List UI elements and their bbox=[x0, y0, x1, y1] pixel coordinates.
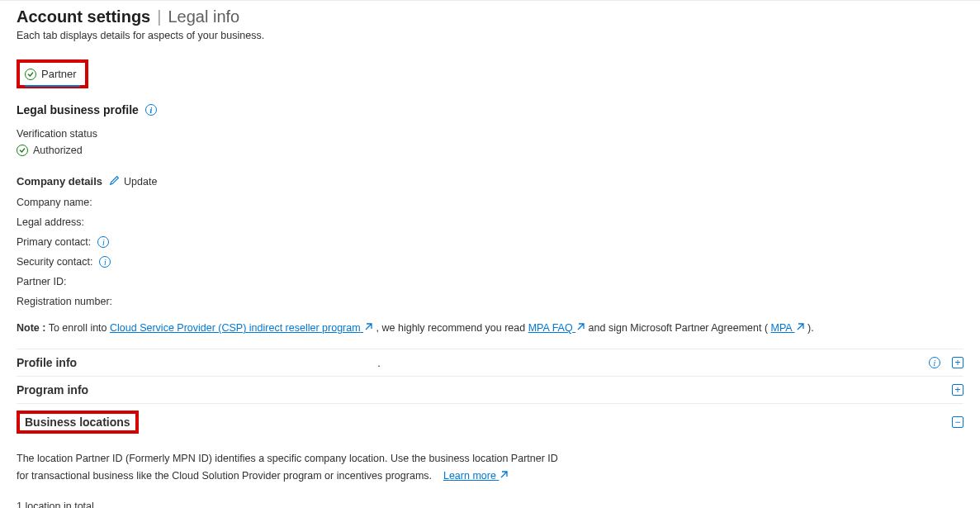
legal-address-row: Legal address: bbox=[17, 216, 963, 228]
note-text-1: To enroll into bbox=[45, 322, 110, 334]
location-total-count: 1 location in total bbox=[17, 501, 963, 509]
header-title: Account settings bbox=[17, 7, 150, 26]
profile-info-value: . bbox=[0, 357, 929, 369]
page-root: Account settings | Legal info Each tab d… bbox=[0, 0, 980, 508]
checkmark-icon bbox=[17, 145, 28, 156]
info-icon[interactable]: i bbox=[929, 357, 940, 368]
tab-partner[interactable]: Partner bbox=[20, 63, 85, 85]
primary-contact-label: Primary contact: bbox=[17, 236, 91, 248]
pencil-icon bbox=[109, 174, 121, 188]
security-contact-row: Security contact: i bbox=[17, 256, 963, 268]
section-legal-profile-label: Legal business profile bbox=[17, 103, 139, 116]
header-subtitle: Legal info bbox=[168, 7, 239, 26]
info-icon[interactable]: i bbox=[145, 104, 157, 116]
accordion-title-business-locations: Business locations bbox=[20, 414, 135, 430]
verification-status-row: Authorized bbox=[17, 145, 963, 156]
tab-active-underline bbox=[25, 85, 80, 87]
note-text-4: ). bbox=[805, 322, 814, 334]
verification-status-value: Authorized bbox=[33, 145, 83, 156]
external-link-icon bbox=[575, 322, 585, 334]
biz-desc-line1: The location Partner ID (Formerly MPN ID… bbox=[17, 453, 558, 464]
checkmark-icon bbox=[25, 69, 36, 80]
company-name-label: Company name: bbox=[17, 197, 92, 208]
highlight-partner-tab: Partner bbox=[17, 59, 88, 88]
business-locations-description: The location Partner ID (Formerly MPN ID… bbox=[17, 450, 963, 486]
legal-address-label: Legal address: bbox=[17, 216, 84, 228]
biz-desc-line2: for transactional business like the Clou… bbox=[17, 470, 432, 482]
highlight-business-locations: Business locations bbox=[17, 411, 139, 434]
note-text-3: and sign Microsoft Partner Agreement ( bbox=[585, 322, 770, 334]
company-name-row: Company name: bbox=[17, 197, 963, 208]
mpa-link[interactable]: MPA bbox=[771, 322, 805, 334]
accordion-container: Profile info . i + Program info + Busine… bbox=[17, 349, 963, 440]
enroll-note: Note : To enroll into Cloud Service Prov… bbox=[17, 322, 963, 334]
expand-icon[interactable]: + bbox=[952, 357, 963, 368]
verification-status-label: Verification status bbox=[17, 128, 963, 140]
note-text-2: , we highly recommend you read bbox=[373, 322, 528, 334]
accordion-row-profile-info[interactable]: Profile info . i + bbox=[17, 349, 963, 377]
external-link-icon bbox=[795, 322, 805, 334]
accordion-row-program-info[interactable]: Program info + bbox=[17, 377, 963, 404]
info-icon[interactable]: i bbox=[97, 236, 109, 248]
accordion-title-program-info: Program info bbox=[17, 383, 88, 396]
company-details-header: Company details Update bbox=[17, 174, 963, 188]
external-link-icon bbox=[363, 322, 373, 334]
page-header: Account settings | Legal info bbox=[17, 7, 963, 26]
learn-more-link[interactable]: Learn more bbox=[443, 470, 509, 482]
tab-strip: Partner bbox=[17, 59, 963, 88]
registration-number-row: Registration number: bbox=[17, 296, 963, 307]
section-legal-profile: Legal business profile i bbox=[17, 103, 963, 116]
partner-id-row: Partner ID: bbox=[17, 276, 963, 287]
header-separator: | bbox=[157, 7, 161, 26]
mpa-faq-link[interactable]: MPA FAQ bbox=[528, 322, 585, 334]
company-details-label: Company details bbox=[17, 175, 102, 188]
csp-link[interactable]: Cloud Service Provider (CSP) indirect re… bbox=[110, 322, 373, 334]
tab-partner-label: Partner bbox=[41, 68, 77, 80]
header-description: Each tab displays details for aspects of… bbox=[17, 30, 963, 41]
update-company-details-link[interactable]: Update bbox=[109, 174, 157, 188]
security-contact-label: Security contact: bbox=[17, 256, 92, 268]
note-bold: Note : bbox=[17, 322, 45, 334]
collapse-icon[interactable]: − bbox=[952, 416, 963, 428]
accordion-row-business-locations[interactable]: Business locations − bbox=[17, 404, 963, 440]
update-link-label: Update bbox=[124, 176, 157, 188]
registration-number-label: Registration number: bbox=[17, 296, 112, 307]
primary-contact-row: Primary contact: i bbox=[17, 236, 963, 248]
info-icon[interactable]: i bbox=[99, 256, 111, 268]
expand-icon[interactable]: + bbox=[952, 384, 963, 396]
external-link-icon bbox=[499, 470, 509, 482]
partner-id-label: Partner ID: bbox=[17, 276, 66, 287]
